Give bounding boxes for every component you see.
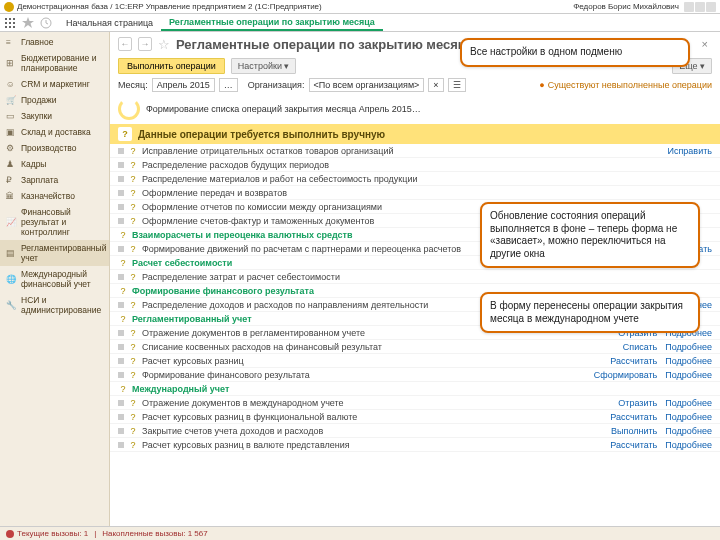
svg-rect-1 — [9, 18, 11, 20]
month-picker[interactable]: … — [219, 78, 238, 92]
svg-rect-3 — [5, 22, 7, 24]
status-accumulated: Накопленные вызовы: 1 567 — [102, 529, 207, 538]
calc-link[interactable]: Рассчитать — [610, 356, 657, 366]
reflect-link[interactable]: Отразить — [618, 398, 657, 408]
op-item: Расчет курсовых разниц — [142, 356, 602, 366]
cart-icon: 🛒 — [6, 95, 16, 105]
star-icon[interactable] — [22, 17, 34, 29]
org-input[interactable]: <По всем организациям> — [309, 78, 425, 92]
close-button[interactable] — [706, 2, 716, 12]
tab-active[interactable]: Регламентные операции по закрытию месяца — [161, 14, 383, 31]
op-item: Исправление отрицательных остатков товар… — [142, 146, 660, 156]
bank-icon: 🏛 — [6, 191, 16, 201]
titlebar: Демонстрационная база / 1С:ERP Управлени… — [0, 0, 720, 14]
org-clear[interactable]: × — [428, 78, 443, 92]
min-button[interactable] — [684, 2, 694, 12]
sidebar-item-salary[interactable]: ₽Зарплата — [0, 172, 109, 188]
callout-settings: Все настройки в одном подменю — [460, 38, 690, 67]
sidebar-item-sales[interactable]: 🛒Продажи — [0, 92, 109, 108]
calc-link[interactable]: Рассчитать — [610, 412, 657, 422]
fix-link[interactable]: Исправить — [668, 146, 712, 156]
sidebar-item-regaccount[interactable]: ▤Регламентированный учет — [0, 240, 109, 266]
home-icon: ≡ — [6, 37, 16, 47]
people-icon: ☺ — [6, 79, 16, 89]
more-link[interactable]: Подробнее — [665, 398, 712, 408]
more-link[interactable]: Подробнее — [665, 440, 712, 450]
book-icon: ▤ — [6, 248, 16, 258]
sidebar-item-main[interactable]: ≡Главное — [0, 34, 109, 50]
menu-icon[interactable] — [4, 17, 16, 29]
more-link[interactable]: Подробнее — [665, 426, 712, 436]
op-item: Оформление передач и возвратов — [142, 188, 712, 198]
org-label: Организация: — [248, 80, 305, 90]
status-icon — [6, 530, 14, 538]
sidebar-item-warehouse[interactable]: ▣Склад и доставка — [0, 124, 109, 140]
execute-link[interactable]: Выполнить — [611, 426, 657, 436]
svg-rect-5 — [13, 22, 15, 24]
sidebar-item-budget[interactable]: ⊞Бюджетирование и планирование — [0, 50, 109, 76]
spinner-text: Формирование списка операций закрытия ме… — [146, 104, 421, 114]
op-item: Расчет курсовых разниц в функциональной … — [142, 412, 602, 422]
sidebar: ≡Главное ⊞Бюджетирование и планирование … — [0, 32, 110, 526]
sidebar-item-production[interactable]: ⚙Производство — [0, 140, 109, 156]
op-item: Расчет курсовых разниц в валюте представ… — [142, 440, 602, 450]
sidebar-item-finresult[interactable]: 📈Финансовый результат и контроллинг — [0, 204, 109, 240]
more-link[interactable]: Подробнее — [665, 370, 712, 380]
svg-rect-0 — [5, 18, 7, 20]
tab-home[interactable]: Начальная страница — [58, 14, 161, 31]
svg-rect-6 — [5, 26, 7, 28]
sidebar-item-treasury[interactable]: 🏛Казначейство — [0, 188, 109, 204]
more-link[interactable]: Подробнее — [665, 412, 712, 422]
warn-icon: ● — [539, 80, 544, 90]
person-icon: ♟ — [6, 159, 16, 169]
execute-button[interactable]: Выполнить операции — [118, 58, 225, 74]
more-link[interactable]: Подробнее — [665, 356, 712, 366]
gear-icon: ⚙ — [6, 143, 16, 153]
user-name[interactable]: Федоров Борис Михайлович — [573, 2, 679, 11]
org-picker[interactable]: ☰ — [448, 78, 466, 92]
sidebar-item-intl[interactable]: 🌐Международный финансовый учет — [0, 266, 109, 292]
page-title: Регламентные операции по закрытию месяца — [176, 37, 473, 52]
sidebar-item-staff[interactable]: ♟Кадры — [0, 156, 109, 172]
more-link[interactable]: Подробнее — [665, 342, 712, 352]
op-item: Формирование финансового результата — [142, 370, 586, 380]
section-header: Международный учет — [132, 384, 712, 394]
sidebar-item-purchase[interactable]: ▭Закупки — [0, 108, 109, 124]
chart-icon: ⊞ — [6, 58, 16, 68]
month-label: Месяц: — [118, 80, 148, 90]
status-current: Текущие вызовы: 1 — [17, 529, 88, 538]
favorite-icon[interactable]: ☆ — [158, 37, 170, 52]
status-bar: Текущие вызовы: 1 | Накопленные вызовы: … — [0, 526, 720, 540]
op-item: Списание косвенных расходов на финансовы… — [142, 342, 615, 352]
money-icon: ₽ — [6, 175, 16, 185]
sidebar-item-nsi[interactable]: 🔧НСИ и администрирование — [0, 292, 109, 318]
max-button[interactable] — [695, 2, 705, 12]
graph-icon: 📈 — [6, 217, 16, 227]
nav-fwd[interactable]: → — [138, 37, 152, 51]
history-icon[interactable] — [40, 17, 52, 29]
callout-intl: В форму перенесены операции закрытия мес… — [480, 292, 700, 333]
window-title: Демонстрационная база / 1С:ERP Управлени… — [17, 2, 322, 11]
wrench-icon: 🔧 — [6, 300, 16, 310]
sidebar-item-crm[interactable]: ☺CRM и маркетинг — [0, 76, 109, 92]
op-item: Распределение материалов и работ на себе… — [142, 174, 712, 184]
op-item: Отражение документов в международном уче… — [142, 398, 610, 408]
settings-button[interactable]: Настройки ▾ — [231, 58, 297, 74]
box-icon: ▭ — [6, 111, 16, 121]
form-link[interactable]: Сформировать — [594, 370, 657, 380]
question-icon: ? — [118, 127, 132, 141]
main-toolbar: Начальная страница Регламентные операции… — [0, 14, 720, 32]
warning-text: ●Существуют невыполненные операции — [539, 80, 712, 90]
callout-background: Обновление состояния операций выполняетс… — [480, 202, 700, 268]
nav-back[interactable]: ← — [118, 37, 132, 51]
op-item: Закрытие счетов учета доходов и расходов — [142, 426, 603, 436]
page-close[interactable]: × — [698, 36, 712, 52]
svg-rect-4 — [9, 22, 11, 24]
month-input[interactable]: Апрель 2015 — [152, 78, 215, 92]
manual-section-header: ? Данные операции требуется выполнить вр… — [110, 124, 720, 144]
svg-rect-7 — [9, 26, 11, 28]
globe-icon: 🌐 — [6, 274, 16, 284]
calc-link[interactable]: Рассчитать — [610, 440, 657, 450]
svg-rect-2 — [13, 18, 15, 20]
writeoff-link[interactable]: Списать — [623, 342, 658, 352]
